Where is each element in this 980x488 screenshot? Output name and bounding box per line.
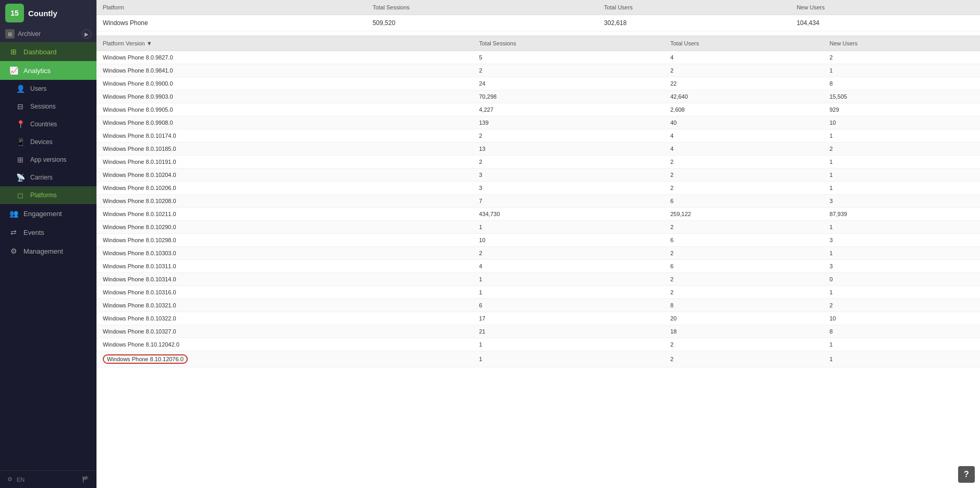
sidebar-item-label: Sessions: [30, 103, 56, 110]
sessions-cell: 5: [473, 51, 664, 64]
version-col-header[interactable]: Platform Version ▼: [96, 36, 473, 51]
sidebar-item-label: Carriers: [30, 174, 53, 181]
table-row: Windows Phone 8.0.10327.021188: [96, 325, 980, 338]
sessions-cell: 17: [473, 312, 664, 325]
sessions-cell: 2: [473, 64, 664, 77]
users-cell: 2: [664, 169, 823, 182]
new-users-cell: 3: [823, 195, 980, 208]
users-cell: 2: [664, 286, 823, 299]
content-area[interactable]: Platform Total Sessions Total Users New …: [96, 0, 980, 488]
table-row: Windows Phone 8.0.10204.0321: [96, 169, 980, 182]
sessions-cell: 4,227: [473, 103, 664, 116]
dashboard-icon: ⊞: [9, 47, 18, 56]
version-cell: Windows Phone 8.0.10298.0: [96, 234, 473, 247]
carriers-icon: 📡: [16, 173, 25, 182]
sessions-cell: 13: [473, 142, 664, 156]
sidebar-item-users[interactable]: 👤 Users: [0, 80, 96, 98]
platform-name: Windows Phone: [96, 15, 366, 31]
sidebar-item-label: Engagement: [23, 210, 62, 218]
users-cell: 6: [664, 234, 823, 247]
new-users-cell: 1: [823, 286, 980, 299]
sidebar-item-management[interactable]: ⚙ Management: [0, 242, 96, 260]
sidebar-item-label: Dashboard: [23, 48, 57, 56]
sessions-cell: 434,730: [473, 208, 664, 221]
users-cell: 259,122: [664, 208, 823, 221]
version-cell: Windows Phone 8.0.10314.0: [96, 273, 473, 286]
new-users-cell: 1: [823, 129, 980, 142]
archiver-arrow-icon[interactable]: ▶: [82, 29, 91, 39]
new-users-cell: 1: [823, 338, 980, 351]
version-cell: Windows Phone 8.0.10191.0: [96, 156, 473, 169]
version-total-users-header: Total Users: [664, 36, 823, 51]
new-users-cell: 1: [823, 182, 980, 195]
sessions-cell: 1: [473, 221, 664, 234]
table-row: Windows Phone 8.0.10322.0172010: [96, 312, 980, 325]
engagement-icon: 👥: [9, 209, 18, 218]
sessions-cell: 3: [473, 182, 664, 195]
sidebar-item-label: Platforms: [30, 192, 57, 199]
version-cell: Windows Phone 8.0.9827.0: [96, 51, 473, 64]
users-cell: 40: [664, 116, 823, 129]
users-cell: 2: [664, 221, 823, 234]
new-users-cell: 929: [823, 103, 980, 116]
version-cell: Windows Phone 8.0.9841.0: [96, 64, 473, 77]
sidebar-item-dashboard[interactable]: ⊞ Dashboard: [0, 42, 96, 61]
version-new-users-header: New Users: [823, 36, 980, 51]
sidebar-item-countries[interactable]: 📍 Countries: [0, 115, 96, 133]
devices-icon: 📱: [16, 137, 25, 147]
platforms-icon: ◻: [16, 191, 25, 200]
platform-row: Windows Phone 509,520 302,618 104,434: [96, 15, 980, 31]
sidebar-item-platforms[interactable]: ◻ Platforms: [0, 186, 96, 204]
sessions-cell: 1: [473, 273, 664, 286]
language-label[interactable]: EN: [17, 477, 25, 483]
version-cell: Windows Phone 8.0.10303.0: [96, 247, 473, 260]
version-cell: Windows Phone 8.0.10290.0: [96, 221, 473, 234]
new-users-cell: 8: [823, 77, 980, 90]
archiver-section[interactable]: ⊞ Archiver ▶: [0, 26, 96, 42]
version-cell: Windows Phone 8.0.10185.0: [96, 142, 473, 156]
new-users-cell: 1: [823, 156, 980, 169]
total-users-col-header: Total Users: [598, 0, 790, 15]
version-cell: Windows Phone 8.0.10206.0: [96, 182, 473, 195]
table-row: Windows Phone 8.0.10185.01342: [96, 142, 980, 156]
archiver-label: Archiver: [18, 30, 41, 38]
sidebar-item-devices[interactable]: 📱 Devices: [0, 133, 96, 151]
sessions-cell: 1: [473, 338, 664, 351]
version-cell: Windows Phone 8.0.9903.0: [96, 90, 473, 103]
new-users-cell: 15,505: [823, 90, 980, 103]
events-icon: ⇄: [9, 228, 18, 237]
table-row: Windows Phone 8.0.9841.0221: [96, 64, 980, 77]
users-cell: 6: [664, 260, 823, 273]
sidebar-item-label: Users: [30, 85, 46, 92]
sessions-cell: 21: [473, 325, 664, 338]
table-row: Windows Phone 8.0.10206.0321: [96, 182, 980, 195]
help-button[interactable]: ?: [958, 466, 975, 483]
sidebar-item-sessions[interactable]: ⊟ Sessions: [0, 98, 96, 115]
table-row: Windows Phone 8.0.10303.0221: [96, 247, 980, 260]
sidebar-item-analytics[interactable]: 📈 Analytics: [0, 61, 96, 80]
new-users-cell: 2: [823, 51, 980, 64]
table-row: Windows Phone 8.0.9900.024228: [96, 77, 980, 90]
table-row: Windows Phone 8.10.12042.0121: [96, 338, 980, 351]
platform-new-users: 104,434: [790, 15, 980, 31]
sidebar-item-engagement[interactable]: 👥 Engagement: [0, 204, 96, 223]
sidebar-item-app-versions[interactable]: ⊞ App versions: [0, 151, 96, 169]
sidebar-item-carriers[interactable]: 📡 Carriers: [0, 169, 96, 186]
new-users-cell: 1: [823, 247, 980, 260]
users-cell: 2: [664, 273, 823, 286]
sessions-cell: 4: [473, 260, 664, 273]
analytics-icon: 📈: [9, 66, 18, 75]
users-cell: 4: [664, 129, 823, 142]
version-cell: Windows Phone 8.0.9905.0: [96, 103, 473, 116]
app-name: Countly: [28, 9, 57, 18]
table-row: Windows Phone 8.0.10314.0120: [96, 273, 980, 286]
settings-icon[interactable]: ⚙: [7, 476, 13, 483]
version-total-sessions-header: Total Sessions: [473, 36, 664, 51]
sidebar-item-events[interactable]: ⇄ Events: [0, 223, 96, 242]
new-users-cell: 0: [823, 273, 980, 286]
version-cell: Windows Phone 8.0.10204.0: [96, 169, 473, 182]
users-cell: 2: [664, 64, 823, 77]
sidebar-item-label: Analytics: [23, 67, 51, 75]
new-users-cell: 10: [823, 312, 980, 325]
version-cell: Windows Phone 8.0.10321.0: [96, 299, 473, 312]
